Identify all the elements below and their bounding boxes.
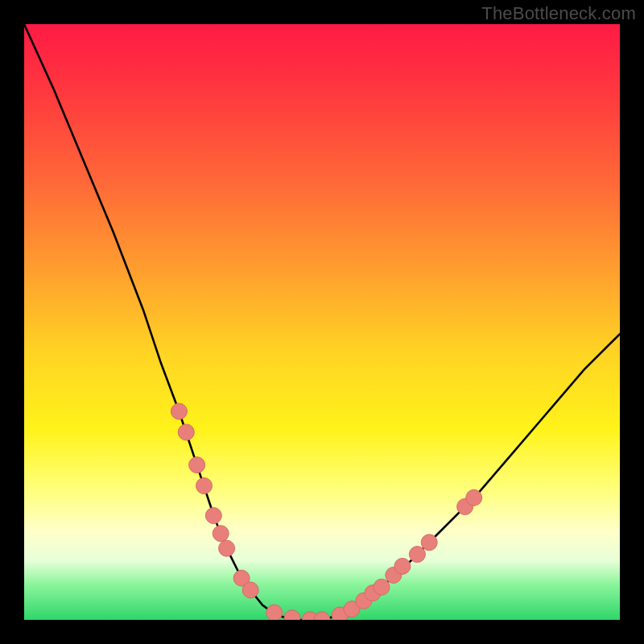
curve-dot [394, 558, 411, 574]
curve-dot [421, 535, 437, 551]
curve-dot [196, 478, 212, 494]
plot-area [24, 24, 620, 620]
curve-dot [409, 547, 425, 563]
curve-dot [171, 403, 187, 419]
curve-dots-group [171, 403, 481, 620]
curve-dot [205, 508, 221, 524]
curve-dot [178, 424, 194, 440]
curve-dot [213, 526, 229, 542]
watermark-label: TheBottleneck.com [481, 3, 636, 24]
curve-dot [284, 610, 300, 620]
curve-dot [219, 540, 235, 556]
curve-dot [266, 605, 283, 620]
curve-dot [314, 612, 330, 620]
curve-dot [189, 457, 205, 473]
bottleneck-curve [24, 24, 620, 620]
bottleneck-curve-svg [24, 24, 620, 620]
curve-dot [374, 579, 390, 595]
curve-dot [242, 582, 258, 598]
curve-dot [466, 489, 482, 506]
chart-frame: TheBottleneck.com [0, 0, 644, 644]
